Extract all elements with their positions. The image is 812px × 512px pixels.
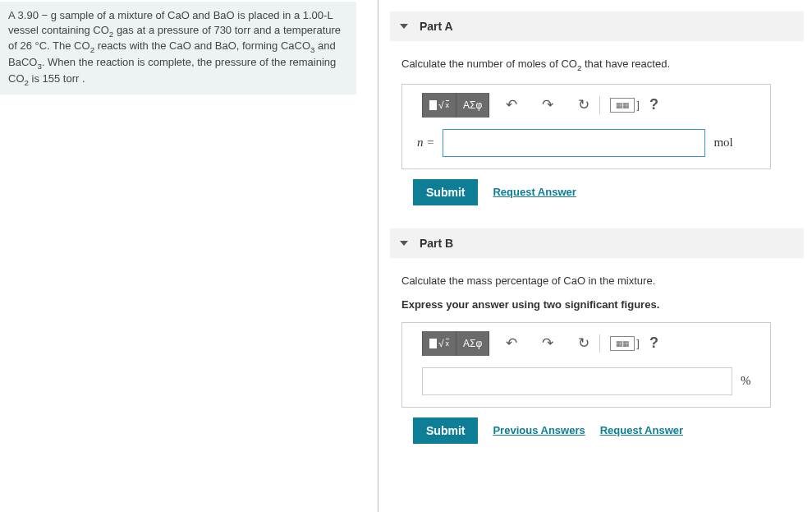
part-b-request-answer-link[interactable]: Request Answer <box>600 424 683 436</box>
reset-icon[interactable]: ↻ <box>570 93 598 118</box>
chevron-down-icon <box>400 241 408 246</box>
part-a-title: Part A <box>420 20 453 33</box>
redo-icon[interactable]: ↷ <box>534 331 562 356</box>
part-a-answer-frame: √x ΑΣφ ↶ ↷ ↻ ▦▦] ? n = mol <box>401 84 771 169</box>
templates-button[interactable]: √x <box>422 331 456 356</box>
part-a-toolbar: √x ΑΣφ ↶ ↷ ↻ ▦▦] ? <box>422 93 760 118</box>
part-b-previous-answers-link[interactable]: Previous Answers <box>493 424 585 436</box>
keyboard-icon[interactable]: ▦▦ <box>610 98 635 113</box>
redo-icon[interactable]: ↷ <box>534 93 562 118</box>
part-b-unit: % <box>741 374 751 388</box>
greek-button[interactable]: ΑΣφ <box>456 331 489 356</box>
part-b-instruction: Calculate the mass percentage of CaO in … <box>401 274 804 287</box>
templates-button[interactable]: √x <box>422 93 456 118</box>
undo-icon[interactable]: ↶ <box>498 93 525 118</box>
part-b-directive: Express your answer using two significan… <box>401 298 804 311</box>
part-b-submit-button[interactable]: Submit <box>413 417 478 444</box>
part-b-toolbar: √x ΑΣφ ↶ ↷ ↻ ▦▦] ? <box>422 331 760 356</box>
part-a-answer-input[interactable] <box>443 129 705 157</box>
part-a-instruction: Calculate the number of moles of CO2 tha… <box>401 58 804 72</box>
part-a-unit: mol <box>713 136 732 150</box>
part-b-title: Part B <box>420 237 453 250</box>
undo-icon[interactable]: ↶ <box>498 331 525 356</box>
chevron-down-icon <box>400 24 408 29</box>
greek-button[interactable]: ΑΣφ <box>456 93 489 118</box>
problem-statement: A 3.90 − g sample of a mixture of CaO an… <box>0 2 356 95</box>
part-a-submit-button[interactable]: Submit <box>413 179 478 205</box>
part-a-request-answer-link[interactable]: Request Answer <box>493 186 576 198</box>
help-icon[interactable]: ? <box>649 96 658 113</box>
variable-label: n = <box>417 136 434 150</box>
part-b-answer-input[interactable] <box>422 367 732 395</box>
part-a-header[interactable]: Part A <box>390 12 804 41</box>
part-b-header[interactable]: Part B <box>390 228 804 258</box>
reset-icon[interactable]: ↻ <box>570 331 598 356</box>
part-b-answer-frame: √x ΑΣφ ↶ ↷ ↻ ▦▦] ? % <box>401 322 771 408</box>
keyboard-icon[interactable]: ▦▦ <box>610 336 635 351</box>
help-icon[interactable]: ? <box>649 334 658 352</box>
